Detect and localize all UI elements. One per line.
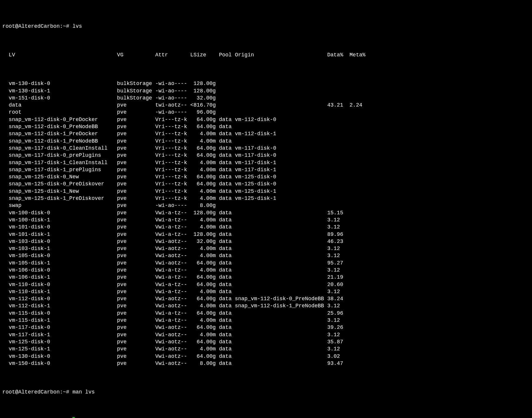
cell-pool: data bbox=[219, 231, 235, 238]
cell-pool: data bbox=[219, 145, 235, 152]
cell-pool: data bbox=[219, 267, 235, 274]
cell-data: 3.12 bbox=[327, 223, 347, 231]
cell-lsize: 4.00m bbox=[190, 245, 216, 252]
cell-attr: Vwi-aotz-- bbox=[155, 295, 190, 302]
cell-lsize: 64.00g bbox=[190, 123, 216, 130]
lvs-row: vm-115-disk-0pveVwi-a-tz--64.00gdata25.9… bbox=[2, 310, 530, 317]
cell-pool: data bbox=[219, 252, 235, 259]
lvs-header-row: LVVGAttrLSizePoolOriginData%Meta% bbox=[2, 51, 530, 58]
cell-lv: vm-101-disk-1 bbox=[9, 231, 117, 238]
lvs-row: snap_vm-117-disk-0_prePluginspveVri---tz… bbox=[2, 152, 530, 159]
cell-pool: data bbox=[219, 302, 235, 309]
cell-lv: vm-112-disk-0 bbox=[9, 295, 117, 302]
cell-attr: -wi-ao---- bbox=[155, 202, 190, 209]
cell-lv: snap_vm-112-disk-1_PreNodeBB bbox=[9, 138, 117, 145]
cell-vg: pve bbox=[117, 130, 155, 137]
lvs-row: rootpve-wi-ao----96.00g bbox=[2, 109, 530, 116]
cell-data: 21.19 bbox=[327, 274, 347, 281]
cell-lv: snap_vm-125-disk-0_New bbox=[9, 173, 117, 180]
cell-lv: snap_vm-112-disk-1_PreDocker bbox=[9, 130, 117, 137]
cell-data: 3.12 bbox=[327, 288, 347, 295]
lvs-row: vm-130-disk-0bulkStorage-wi-ao----128.00… bbox=[2, 80, 530, 87]
lvs-row: vm-117-disk-1pveVwi-aotz--4.00mdata3.12 bbox=[2, 331, 530, 338]
cell-attr: Vwi-aotz-- bbox=[155, 252, 190, 259]
cell-lv: vm-101-disk-0 bbox=[9, 223, 117, 231]
cell-data: 3.12 bbox=[327, 302, 347, 309]
cell-vg: bulkStorage bbox=[117, 87, 155, 94]
cell-lsize: <816.70g bbox=[190, 102, 216, 109]
header-meta: Meta% bbox=[349, 51, 369, 58]
cell-attr: Vwi-a-tz-- bbox=[155, 281, 190, 288]
cell-data: 15.15 bbox=[327, 209, 347, 216]
cell-attr: Vwi-a-tz-- bbox=[155, 231, 190, 238]
cell-vg: pve bbox=[117, 317, 155, 324]
cell-lv: vm-106-disk-1 bbox=[9, 274, 117, 281]
cell-lv: vm-150-disk-0 bbox=[9, 360, 117, 367]
cell-attr: Vwi-a-tz-- bbox=[155, 310, 190, 317]
cell-attr: -wi-ao---- bbox=[155, 94, 190, 102]
cell-lsize: 4.00m bbox=[190, 302, 216, 309]
cell-pool: data bbox=[219, 353, 235, 360]
cell-vg: pve bbox=[117, 252, 155, 259]
cell-attr: Vwi-aotz-- bbox=[155, 259, 190, 267]
cell-attr: Vwi-aotz-- bbox=[155, 302, 190, 309]
lvs-row: vm-103-disk-1pveVwi-aotz--4.00mdata3.12 bbox=[2, 245, 530, 252]
prompt-text: root@AlteredCarbon:~# lvs bbox=[2, 23, 82, 29]
cell-lv: vm-117-disk-1 bbox=[9, 331, 117, 338]
cell-attr: Vwi-a-tz-- bbox=[155, 216, 190, 223]
lvs-row: vm-125-disk-0pveVwi-aotz--64.00gdata35.8… bbox=[2, 338, 530, 345]
cell-lv: snap_vm-117-disk-0_prePlugins bbox=[9, 152, 117, 159]
cell-lsize: 4.00m bbox=[190, 216, 216, 223]
cell-lv: vm-130-disk-0 bbox=[9, 80, 117, 87]
cell-lsize: 128.00g bbox=[190, 209, 216, 216]
cell-lsize: 128.00g bbox=[190, 87, 216, 94]
cell-attr: Vwi-aotz-- bbox=[155, 324, 190, 331]
cell-lv: vm-100-disk-0 bbox=[9, 209, 117, 216]
lvs-row: vm-110-disk-0pveVwi-a-tz--64.00gdata20.6… bbox=[2, 281, 530, 288]
lvs-row: snap_vm-125-disk-0_NewpveVri---tz-k64.00… bbox=[2, 173, 530, 180]
cell-lsize: 128.00g bbox=[190, 231, 216, 238]
cell-attr: Vri---tz-k bbox=[155, 180, 190, 187]
prompt-line-2: root@AlteredCarbon:~# man lvs bbox=[2, 388, 530, 396]
cell-vg: pve bbox=[117, 116, 155, 123]
cell-lv: vm-130-disk-1 bbox=[9, 87, 117, 94]
cell-attr: Vwi-a-tz-- bbox=[155, 274, 190, 281]
lvs-row: vm-117-disk-0pveVwi-aotz--64.00gdata39.2… bbox=[2, 324, 530, 331]
cell-pool: data bbox=[219, 281, 235, 288]
cell-origin: vm-117-disk-1 bbox=[235, 159, 327, 166]
lvs-row: snap_vm-125-disk-1_PreDiskoverpveVri---t… bbox=[2, 195, 530, 202]
lvs-row: snap_vm-112-disk-0_PreDockerpveVri---tz-… bbox=[2, 116, 530, 123]
cell-vg: pve bbox=[117, 173, 155, 180]
cell-lsize: 64.00g bbox=[190, 180, 216, 187]
cell-lsize: 64.00g bbox=[190, 338, 216, 345]
cell-lsize: 4.00m bbox=[190, 138, 216, 145]
cell-lsize: 32.00g bbox=[190, 94, 216, 102]
cell-attr: Vwi-aotz-- bbox=[155, 331, 190, 338]
cell-vg: pve bbox=[117, 209, 155, 216]
cell-vg: pve bbox=[117, 302, 155, 309]
cell-meta: 2.24 bbox=[349, 102, 369, 109]
cell-lv: vm-151-disk-0 bbox=[9, 94, 117, 102]
cell-attr: -wi-ao---- bbox=[155, 87, 190, 94]
cell-origin: vm-125-disk-1 bbox=[235, 195, 327, 202]
cell-lv: snap_vm-125-disk-1_PreDiskover bbox=[9, 195, 117, 202]
cell-attr: Vwi-aotz-- bbox=[155, 353, 190, 360]
cell-pool: data bbox=[219, 188, 235, 195]
cell-lv: snap_vm-112-disk-0_PreDocker bbox=[9, 116, 117, 123]
cell-vg: pve bbox=[117, 274, 155, 281]
cell-data: 25.96 bbox=[327, 310, 347, 317]
terminal-output[interactable]: root@AlteredCarbon:~# lvs LVVGAttrLSizeP… bbox=[0, 0, 532, 418]
cell-lv: vm-125-disk-1 bbox=[9, 345, 117, 352]
prompt-line-1: root@AlteredCarbon:~# lvs bbox=[2, 23, 530, 30]
cell-pool: data bbox=[219, 259, 235, 267]
cell-vg: bulkStorage bbox=[117, 80, 155, 87]
cell-vg: pve bbox=[117, 152, 155, 159]
cell-attr: Vwi-a-tz-- bbox=[155, 288, 190, 295]
cell-lsize: 4.00m bbox=[190, 223, 216, 231]
cell-lv: vm-105-disk-0 bbox=[9, 252, 117, 259]
cell-attr: -wi-ao---- bbox=[155, 109, 190, 116]
lvs-row: snap_vm-117-disk-1_prePluginspveVri---tz… bbox=[2, 166, 530, 173]
cell-lsize: 4.00m bbox=[190, 188, 216, 195]
cell-pool: data bbox=[219, 288, 235, 295]
cell-lsize: 4.00m bbox=[190, 331, 216, 338]
